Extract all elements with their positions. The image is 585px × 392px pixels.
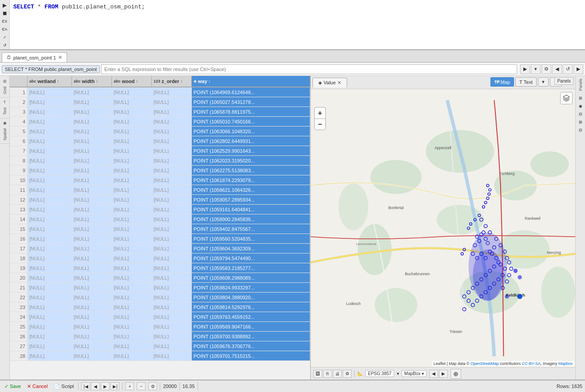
copy-btn[interactable]: ⎘ [323,370,332,378]
table-row[interactable]: 21 [NULL] [NULL] [NULL] [NULL] POINT (10… [10,283,310,293]
prev-nav-btn[interactable]: ◀ [429,370,438,378]
crosshair-btn[interactable]: ⊕ [451,369,461,379]
filter-back-btn[interactable]: ◀ [552,64,562,74]
svg-text:Rankweil: Rankweil [525,216,540,221]
run-btn[interactable]: ▶ [1,2,8,9]
filter-refresh-btn[interactable]: ↺ [563,64,573,74]
col-header-zorder[interactable]: 123 z_order ↕ [152,76,192,87]
add-row-btn[interactable]: + [125,382,134,390]
mapbox-link[interactable]: Mapbox [558,361,573,366]
filter-options-btn[interactable]: ⚙ [542,64,551,74]
table-row[interactable]: 1 [NULL] [NULL] [NULL] [NULL] POINT (106… [10,87,310,97]
table-row[interactable]: 18 [NULL] [NULL] [NULL] [NULL] POINT (10… [10,253,310,263]
cc-link[interactable]: CC-BY-SA [522,361,541,366]
table-row[interactable]: 26 [NULL] [NULL] [NULL] [NULL] POINT (10… [10,332,310,341]
map-provider-selector[interactable]: MapBox ▾ [402,370,427,377]
cancel-btn[interactable]: ✕ Cancel [25,383,49,390]
table-row[interactable]: 17 [NULL] [NULL] [NULL] [NULL] POINT (10… [10,244,310,253]
cell-way: POINT (1059402.8475567... [192,224,310,234]
cell-width: [NULL] [72,322,112,331]
table-row[interactable]: 9 [NULL] [NULL] [NULL] [NULL] POINT (106… [10,166,310,175]
epsg-dropdown-icon[interactable]: ▾ [397,371,399,376]
table-row[interactable]: 20 [NULL] [NULL] [NULL] [NULL] POINT (10… [10,273,310,283]
text-btn[interactable]: T Text [515,77,537,87]
table-row[interactable]: 28 [NULL] [NULL] [NULL] [NULL] POINT (10… [10,351,310,361]
panels-btn[interactable]: Panels [554,78,573,84]
explain-analyze-btn[interactable]: EA [1,26,8,33]
nav-prev[interactable]: ◀ [91,382,100,390]
value-tab-close[interactable]: ✕ [337,80,341,86]
export-img-btn[interactable]: 🖼 [313,370,322,378]
table-row[interactable]: 11 [NULL] [NULL] [NULL] [NULL] POINT (10… [10,185,310,195]
zoom-out-btn[interactable]: − [314,119,326,130]
table-row[interactable]: 3 [NULL] [NULL] [NULL] [NULL] POINT (106… [10,107,310,117]
right-btn-4[interactable]: ⊞ [577,119,584,126]
table-row[interactable]: 10 [NULL] [NULL] [NULL] [NULL] POINT (10… [10,175,310,185]
filter-execute-btn[interactable]: ▶ [520,64,530,74]
table-row[interactable]: 23 [NULL] [NULL] [NULL] [NULL] POINT (10… [10,302,310,312]
osm-link[interactable]: OpenStreetMap [470,361,499,366]
table-row[interactable]: 24 [NULL] [NULL] [NULL] [NULL] POINT (10… [10,312,310,322]
nav-next[interactable]: ▶ [101,382,110,390]
value-tab-label: Value [324,80,336,85]
right-btn-5[interactable]: ⊟ [577,127,584,134]
table-row[interactable]: 12 [NULL] [NULL] [NULL] [NULL] POINT (10… [10,195,310,205]
down-arrow-btn[interactable]: ▾ [538,77,549,87]
rollback-btn[interactable]: ↺ [1,42,8,49]
table-row[interactable]: 5 [NULL] [NULL] [NULL] [NULL] POINT (106… [10,127,310,136]
col-header-wood[interactable]: abc wood ↕ [112,76,152,87]
value-tab[interactable]: ◈ Value ✕ [312,78,347,87]
table-row[interactable]: 19 [NULL] [NULL] [NULL] [NULL] POINT (10… [10,263,310,273]
left-toolbar: ⊞ Grid T Text ◉ Spatial [0,76,10,380]
table-row[interactable]: 6 [NULL] [NULL] [NULL] [NULL] POINT (106… [10,136,310,146]
table-row[interactable]: 22 [NULL] [NULL] [NULL] [NULL] POINT (10… [10,293,310,302]
script-btn[interactable]: 📄 Script [52,383,75,390]
col-header-wetland[interactable]: abc wetland ↕ [28,76,72,87]
svg-point-11 [541,267,575,318]
epsg-selector[interactable]: EPSG:3857 [365,370,394,377]
tab-close-btn[interactable]: ✕ [58,55,62,60]
nav-first[interactable]: |◀ [81,382,90,390]
layers-btn[interactable] [560,92,573,104]
table-row[interactable]: 13 [NULL] [NULL] [NULL] [NULL] POINT (10… [10,205,310,214]
table-row[interactable]: 14 [NULL] [NULL] [NULL] [NULL] POINT (10… [10,214,310,224]
save-btn[interactable]: ✓ Save [3,383,23,390]
cell-way: POINT (1059794.5474490... [192,253,310,263]
table-row[interactable]: 4 [NULL] [NULL] [NULL] [NULL] POINT (106… [10,117,310,127]
commit-btn[interactable]: ✓ [1,34,8,41]
options-btn[interactable]: ⚙ [148,382,157,390]
zoom-in-btn[interactable]: + [314,107,326,119]
cell-wood: [NULL] [112,234,152,243]
table-row[interactable]: 16 [NULL] [NULL] [NULL] [NULL] POINT (10… [10,234,310,244]
map-btn[interactable]: 🗺 Map [490,77,514,87]
table-row[interactable]: 7 [NULL] [NULL] [NULL] [NULL] POINT (106… [10,146,310,156]
table-row[interactable]: 8 [NULL] [NULL] [NULL] [NULL] POINT (106… [10,156,310,166]
table-row[interactable]: 2 [NULL] [NULL] [NULL] [NULL] POINT (106… [10,97,310,107]
col-header-width[interactable]: abc width ↕ [72,76,112,87]
remove-row-btn[interactable]: − [137,382,146,390]
result-tab[interactable]: 🗒 planet_osm_point 1 ✕ [2,52,67,62]
cell-wetland: [NULL] [28,156,72,165]
value-tab-icon: ◈ [318,80,322,86]
filter-input[interactable] [101,64,517,74]
right-tool-btns: ⊞ ◉ ⊟ ⊞ ⊟ [576,93,585,135]
col-header-way[interactable]: ◈ way ↕ [192,76,310,87]
right-btn-1[interactable]: ⊞ [577,95,584,102]
cell-width: [NULL] [72,156,112,165]
right-btn-3[interactable]: ⊟ [577,111,584,118]
explain-btn[interactable]: EX [1,18,8,25]
filter-forward-btn[interactable]: ▶ [573,64,583,74]
nav-last[interactable]: ▶| [111,382,119,390]
table-row[interactable]: 15 [NULL] [NULL] [NULL] [NULL] POINT (10… [10,224,310,234]
right-btn-2[interactable]: ◉ [577,103,584,110]
print-btn[interactable]: 🖨 [333,370,342,378]
svg-text:Nenzing: Nenzing [547,250,561,255]
filter-dropdown-btn[interactable]: ▾ [531,64,541,74]
stop-btn[interactable]: ⏹ [1,10,8,17]
settings-btn[interactable]: ⚙ [343,370,352,378]
table-row[interactable]: 25 [NULL] [NULL] [NULL] [NULL] POINT (10… [10,322,310,332]
next-nav-btn[interactable]: ▶ [439,370,448,378]
sql-content[interactable]: SELECT * FROM public.planet_osm_point; [10,0,585,49]
cell-wetland: [NULL] [28,273,72,282]
table-row[interactable]: 27 [NULL] [NULL] [NULL] [NULL] POINT (10… [10,341,310,351]
